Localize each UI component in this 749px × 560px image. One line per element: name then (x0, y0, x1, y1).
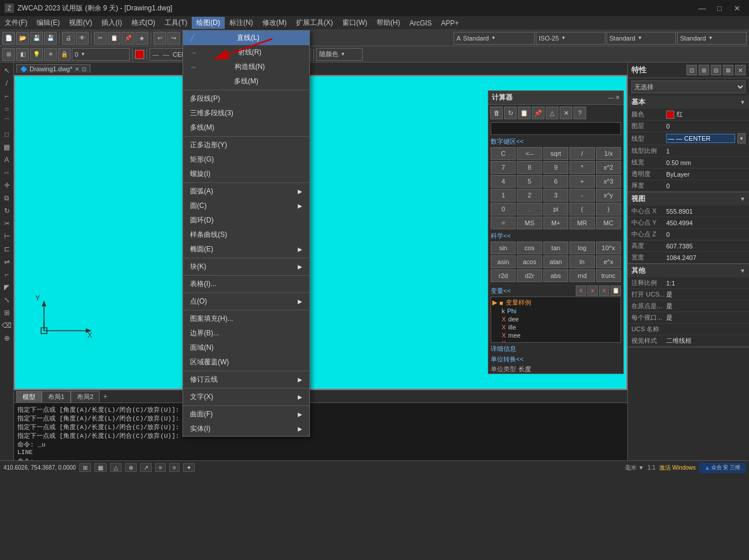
dim-style-dropdown[interactable]: ISO-25 ▼ (536, 32, 605, 45)
table-style-dropdown[interactable]: Standard ▼ (606, 32, 676, 45)
dm-circle[interactable]: 圆(C) ▶ (183, 199, 309, 213)
maximize-button[interactable]: □ (712, 2, 727, 14)
prop-view-header[interactable]: 视图 ▼ (628, 192, 749, 206)
dm-pline[interactable]: 多段线(P) (183, 91, 309, 106)
calc-btn-xy[interactable]: x^y (596, 189, 621, 202)
text-style-dropdown[interactable]: A Standard ▼ (454, 32, 535, 45)
trim-tool[interactable]: ✂ (1, 218, 13, 229)
calc-btn-3[interactable]: 3 (543, 189, 568, 202)
calc-btn-5[interactable]: 5 (517, 175, 542, 188)
calc-btn-atan[interactable]: atan (543, 255, 568, 268)
layer-manager-button[interactable]: ⊞ (2, 48, 15, 61)
tab-layout1[interactable]: 布局1 (42, 391, 71, 402)
calc-btn-d2r[interactable]: d2r (517, 269, 542, 282)
print-button[interactable]: 🖨 (62, 32, 75, 45)
cut-button[interactable]: ✂ (94, 32, 107, 45)
saveas-button[interactable]: 💾 (44, 32, 57, 45)
select-tool[interactable]: ↖ (1, 65, 13, 76)
calc-btn-add[interactable]: + (569, 175, 594, 188)
calc-btn-div[interactable]: / (569, 147, 594, 160)
polar-btn[interactable]: ⊕ (125, 463, 137, 472)
calc-btn-sin[interactable]: sin (491, 241, 516, 254)
dm-xline[interactable]: ↔ 构造线(N) (183, 60, 309, 74)
matchprop-button[interactable]: ◈ (136, 32, 148, 45)
float-drawing-icon[interactable]: ⊡ (82, 66, 86, 72)
calc-btn-rparen[interactable]: ) (596, 203, 621, 215)
linetype-dropdown-btn[interactable]: ▼ (737, 133, 746, 144)
circle-tool[interactable]: ○ (1, 103, 13, 115)
dm-ray[interactable]: → 射线(R) (183, 45, 309, 60)
dm-wipeout[interactable]: 区域覆盖(W) (183, 355, 309, 369)
drawing-tab[interactable]: 🔷 Drawing1.dwg* ✕ ⊡ (16, 64, 90, 73)
calc-paste-btn[interactable]: 📌 (532, 107, 545, 119)
extend-tool[interactable]: ⊢ (1, 230, 13, 242)
menu-insert[interactable]: 插入(I) (97, 17, 126, 29)
menu-app[interactable]: APP+ (436, 18, 463, 28)
calc-btn-asin[interactable]: asin (491, 255, 516, 268)
dm-spline-menu[interactable]: 多线(M) (183, 120, 309, 135)
calc-btn-1[interactable]: 1 (491, 189, 516, 202)
menu-view[interactable]: 视图(V) (64, 17, 97, 29)
close-drawing-icon[interactable]: ✕ (75, 66, 79, 72)
dm-block[interactable]: 块(K) ▶ (183, 259, 309, 274)
calc-clear-btn[interactable]: 🗑 (490, 107, 503, 119)
dm-boundary[interactable]: 边界(B)... (183, 326, 309, 341)
arc-tool[interactable]: ⌒ (1, 116, 13, 127)
activate-label[interactable]: 激活 Windows (659, 464, 696, 472)
calc-btn-4[interactable]: 4 (491, 175, 516, 188)
layer-state-button[interactable]: ◧ (16, 48, 29, 61)
tab-model[interactable]: 模型 (16, 391, 42, 402)
menu-arcgis[interactable]: ArcGIS (405, 18, 437, 28)
layer-freeze-button[interactable]: ☀ (44, 48, 57, 61)
layer-lock-button[interactable]: 🔒 (58, 48, 71, 61)
cmd-input[interactable] (36, 457, 624, 460)
dm-helix[interactable]: 螺旋(I) (183, 167, 309, 181)
line-tool[interactable]: / (1, 78, 13, 89)
menu-tools[interactable]: 工具(T) (160, 17, 192, 29)
calc-btn-x2[interactable]: x^2 (596, 161, 621, 174)
preview-button[interactable]: 👁 (76, 32, 89, 45)
calc-btn-acos[interactable]: acos (517, 255, 542, 268)
undo-button[interactable]: ↩ (154, 32, 166, 45)
layer-on-button[interactable]: 💡 (30, 48, 43, 61)
erase-tool[interactable]: ⌫ (1, 320, 13, 331)
text-tool[interactable]: A (1, 154, 13, 166)
redo-button[interactable]: ↪ (167, 32, 180, 45)
prop-ctrl3[interactable]: ⊟ (711, 65, 721, 75)
mleader-style-dropdown[interactable]: Standard ▼ (677, 32, 747, 45)
dm-polygon[interactable]: 正多边形(Y) (183, 138, 309, 152)
calc-btn-abs[interactable]: abs (543, 269, 568, 282)
var-add-btn[interactable]: X (576, 286, 586, 296)
zoom-window[interactable]: ⊕ (1, 332, 13, 344)
menu-file[interactable]: 文件(F) (0, 17, 32, 29)
transparency-btn[interactable]: ≡ (169, 463, 180, 472)
prop-selection-dropdown[interactable]: 无选择 (631, 80, 746, 93)
snap-btn[interactable]: ⊞ (79, 463, 91, 472)
grid-btn[interactable]: ▦ (94, 463, 107, 472)
calc-btn-8[interactable]: 8 (517, 161, 542, 174)
dm-ellipse[interactable]: 椭圆(E) ▶ (183, 242, 309, 257)
layer-dropdown[interactable]: 0 ▼ (72, 48, 130, 61)
var-del-btn[interactable]: X (599, 286, 609, 296)
tab-layout2[interactable]: 布局2 (71, 391, 100, 402)
detail-info-link[interactable]: 详细信息 (491, 345, 621, 353)
menu-help[interactable]: 帮助(H) (372, 17, 405, 29)
calc-btn-7[interactable]: 7 (491, 161, 516, 174)
minimize-button[interactable]: — (695, 2, 710, 14)
prop-close[interactable]: ✕ (735, 65, 746, 75)
calc-btn-9[interactable]: 9 (543, 161, 568, 174)
calc-btn-pi[interactable]: pi (543, 203, 568, 215)
dm-revcloud[interactable]: 修订云线 ▶ (183, 372, 309, 387)
calc-btn-2[interactable]: 2 (517, 189, 542, 202)
open-button[interactable]: 📂 (16, 32, 29, 45)
mirror-tool[interactable]: ⇌ (1, 256, 13, 268)
calc-btn-sqrt[interactable]: sqrt (543, 147, 568, 160)
calc-btn-inv[interactable]: 1/x (596, 147, 621, 160)
calc-btn-ex[interactable]: e^x (596, 255, 621, 268)
dm-rect[interactable]: 矩形(G) (183, 152, 309, 167)
calc-btn-rnd[interactable]: rnd (569, 269, 594, 282)
menu-draw[interactable]: 绘图(D) (192, 17, 225, 29)
offset-tool[interactable]: ⊏ (1, 243, 13, 255)
calc-info-btn[interactable]: ✕ (560, 107, 572, 119)
calc-btn-mplus[interactable]: M+ (543, 217, 568, 229)
